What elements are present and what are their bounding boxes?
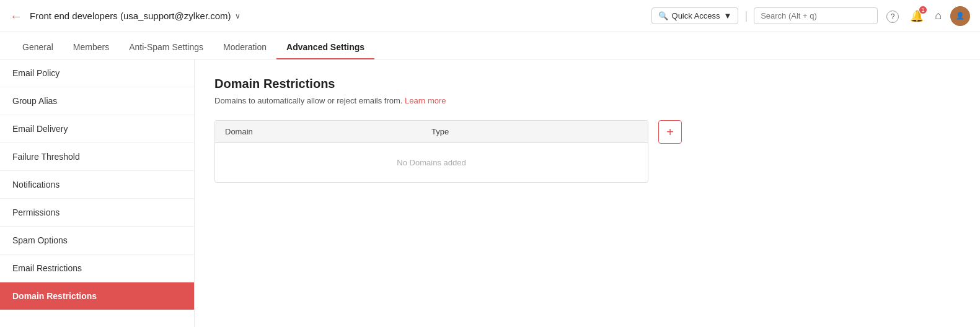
column-domain: Domain <box>225 127 431 136</box>
section-description: Domains to automatically allow or reject… <box>214 96 960 105</box>
quick-access-label: Quick Access <box>672 11 720 20</box>
chevron-down-icon: ∨ <box>235 12 241 20</box>
group-title[interactable]: Front end developers (usa_support@zylker… <box>30 11 241 21</box>
sidebar-item-permissions[interactable]: Permissions <box>0 199 194 227</box>
tab-general[interactable]: General <box>12 36 63 59</box>
add-domain-button[interactable]: + <box>658 120 682 144</box>
sidebar-item-failure-threshold[interactable]: Failure Threshold <box>0 143 194 171</box>
help-button[interactable]: ? <box>884 7 901 25</box>
home-button[interactable]: ⌂ <box>932 7 944 25</box>
content-area: Domain Restrictions Domains to automatic… <box>195 59 980 327</box>
sidebar-item-spam-options[interactable]: Spam Options <box>0 227 194 255</box>
notifications-button[interactable]: 🔔 1 <box>907 7 926 25</box>
top-bar: ← Front end developers (usa_support@zylk… <box>0 0 980 32</box>
back-button[interactable]: ← <box>10 10 22 22</box>
sidebar-item-group-alias[interactable]: Group Alias <box>0 87 194 115</box>
sidebar-item-domain-restrictions[interactable]: Domain Restrictions <box>0 282 194 310</box>
sidebar-item-email-restrictions[interactable]: Email Restrictions <box>0 255 194 282</box>
section-title: Domain Restrictions <box>214 77 960 91</box>
sidebar-item-email-delivery[interactable]: Email Delivery <box>0 115 194 143</box>
sidebar-item-email-policy[interactable]: Email Policy <box>0 59 194 87</box>
notification-badge: 1 <box>919 6 927 14</box>
search-input[interactable] <box>754 7 878 24</box>
avatar-label: 👤 <box>950 6 970 26</box>
tab-advanced-settings[interactable]: Advanced Settings <box>276 36 374 59</box>
tab-members[interactable]: Members <box>63 36 119 59</box>
search-icon: 🔍 <box>658 11 668 20</box>
help-icon: ? <box>886 11 899 23</box>
tab-anti-spam[interactable]: Anti-Spam Settings <box>119 36 213 59</box>
domain-table: Domain Type No Domains added <box>214 120 648 183</box>
table-header: Domain Type <box>215 121 648 143</box>
no-domains-message: No Domains added <box>397 158 466 167</box>
home-icon: ⌂ <box>935 9 942 22</box>
sidebar: Email Policy Group Alias Email Delivery … <box>0 59 195 327</box>
divider: | <box>744 9 748 22</box>
column-type: Type <box>431 127 638 136</box>
group-name: Front end developers (usa_support@zylker… <box>30 11 231 21</box>
top-bar-right: 🔍 Quick Access ▼ | ? 🔔 1 ⌂ 👤 <box>651 6 970 26</box>
sidebar-item-notifications[interactable]: Notifications <box>0 171 194 199</box>
quick-access-button[interactable]: 🔍 Quick Access ▼ <box>651 7 739 24</box>
main-layout: Email Policy Group Alias Email Delivery … <box>0 59 980 327</box>
quick-access-dropdown-icon: ▼ <box>724 11 732 20</box>
tabs-bar: General Members Anti-Spam Settings Moder… <box>0 32 980 59</box>
tab-moderation[interactable]: Moderation <box>213 36 276 59</box>
table-empty-state: No Domains added <box>215 143 648 182</box>
avatar[interactable]: 👤 <box>950 6 970 26</box>
domain-table-wrapper: Domain Type No Domains added + <box>214 120 960 183</box>
description-text: Domains to automatically allow or reject… <box>214 96 402 105</box>
learn-more-link[interactable]: Learn more <box>405 96 446 105</box>
